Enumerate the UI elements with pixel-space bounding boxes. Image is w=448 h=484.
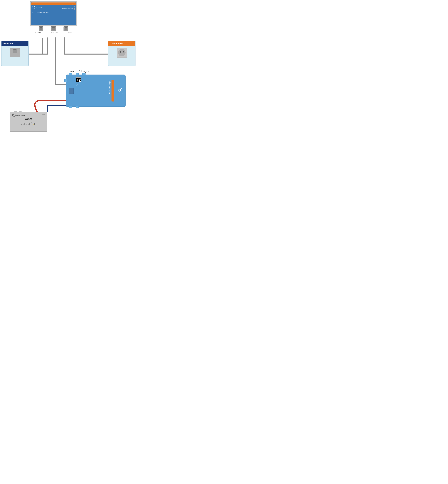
filax-website: www.victronenergy.com	[64, 3, 75, 4]
inverter-brand-text: victron energy	[117, 93, 124, 94]
indicator-dot-1	[74, 7, 75, 8]
filax-logo-area: victron energy BLUE POWER FILAX 2 transf…	[32, 6, 59, 14]
svg-point-0	[32, 6, 35, 9]
filax-labels: Priority Alternate Load	[27, 31, 80, 33]
filax-label-alternate: Alternate	[51, 31, 58, 33]
svg-rect-4	[77, 78, 78, 79]
battery-logo-area: victron energy RL CE AGM www.victronener…	[10, 112, 47, 126]
svg-rect-11	[80, 80, 81, 81]
battery-brand: victron energy	[12, 113, 45, 117]
filax-unit: www.victronenergy.com victron energy	[27, 1, 80, 32]
inv-tab-bottom-1	[69, 106, 72, 108]
victron-swirl-inv-icon	[118, 88, 122, 92]
socket-ground-pin	[121, 54, 122, 55]
battery-elec-icon: ⚡	[32, 123, 35, 125]
critical-loads-label: Critical Loads	[108, 41, 135, 46]
battery-eco-icon: ☯	[35, 123, 37, 125]
victron-logo-inverter: victron energy	[117, 88, 124, 94]
svg-rect-12	[79, 81, 80, 81]
filax-content: victron energy BLUE POWER FILAX 2 transf…	[31, 5, 76, 14]
battery-warning-icon: △	[20, 123, 22, 125]
inv-tab-bottom-2	[76, 106, 79, 108]
generator-knob	[13, 49, 17, 53]
filax-body: www.victronenergy.com victron energy	[30, 1, 77, 26]
inverter-charger-label: Inverter/charger	[70, 70, 89, 73]
filax-indicators: Load supplied by priority source Load su…	[60, 7, 75, 14]
generator-device	[10, 48, 20, 57]
filax-label-load: Load	[68, 31, 72, 33]
indicator-row-3: Priority source fault	[60, 9, 75, 10]
battery-terminal-positive	[14, 111, 16, 112]
inverter-ac-connector	[69, 88, 74, 94]
battery-acid-icon: ⊘	[28, 123, 30, 125]
filax-brand: victron energy BLUE POWER	[35, 7, 42, 8]
inverter-model-text: Multiplus 48 | 200 | 3	[109, 81, 111, 94]
svg-rect-8	[77, 80, 78, 82]
svg-point-15	[12, 114, 16, 117]
inverter-top-tabs	[69, 73, 86, 75]
indicator-row-2: Load supplied by alternate source	[60, 8, 75, 9]
indicator-dot-2	[74, 8, 75, 9]
battery-cert: RL CE	[42, 114, 45, 115]
victron-swirl-battery-icon	[12, 113, 16, 117]
indicator-text-3: Priority source fault	[66, 9, 73, 10]
socket-holes	[120, 51, 124, 53]
filax-label-priority: Priority	[35, 31, 41, 33]
battery-brand-text: victron energy	[16, 115, 25, 116]
filax-model: FILAX 2 transfer switch	[32, 11, 59, 14]
socket	[117, 48, 127, 58]
inverter-bottom-tabs	[69, 106, 79, 108]
inv-tab-1	[69, 73, 72, 75]
filax-connectors	[27, 26, 80, 31]
indicator-row-1: Load supplied by priority source	[60, 7, 75, 8]
connector-priority	[39, 26, 43, 31]
generator-label: Generator	[1, 41, 28, 46]
inverter-orange-stripe	[112, 80, 114, 101]
victron-swirl-icon	[32, 6, 35, 9]
svg-point-1	[118, 88, 122, 92]
svg-rect-14	[80, 82, 81, 82]
inverter-left-tab	[64, 79, 67, 82]
connector-load	[64, 26, 68, 31]
battery-fire-icon: ⊕	[30, 123, 32, 125]
svg-rect-6	[79, 78, 80, 79]
battery-eye-icon: ◎	[25, 123, 27, 125]
inv-tab-2	[76, 73, 79, 75]
svg-rect-13	[80, 81, 81, 81]
generator-box: Generator	[1, 41, 29, 66]
inverter-unit: Multiplus 48 | 200 | 3 victron energy	[66, 75, 126, 109]
socket-face	[118, 49, 126, 56]
svg-rect-10	[80, 80, 80, 81]
indicator-text-1: Load supplied by priority source	[62, 7, 73, 8]
indicator-dot-3	[74, 9, 75, 10]
diagram-container: www.victronenergy.com victron energy	[0, 0, 137, 137]
inverter-body: Multiplus 48 | 200 | 3 victron energy	[66, 75, 126, 107]
battery-unit: victron energy RL CE AGM www.victronener…	[10, 112, 47, 134]
filax-orange-bar: www.victronenergy.com	[31, 2, 76, 5]
filax-face: www.victronenergy.com victron energy	[31, 2, 76, 25]
critical-loads-box: Critical Loads	[108, 41, 136, 66]
qr-code-icon	[76, 77, 81, 82]
connector-alternate	[51, 26, 56, 31]
battery-recycle-icon: ♻	[23, 123, 25, 125]
socket-hole-right	[123, 51, 124, 53]
battery-type: AGM	[12, 117, 45, 121]
inverter-specs-text: ▲ △ C€	[76, 77, 81, 86]
svg-rect-9	[79, 80, 80, 81]
battery-icons-row: △ ♻ ◎ ⊘ ⊕ ⚡ ☯	[12, 123, 45, 125]
inverter-right-side: victron energy	[115, 75, 125, 106]
battery-website: www.victronenergy.com	[12, 122, 45, 123]
victron-logo-filax: victron energy BLUE POWER	[32, 6, 59, 9]
battery-terminal-negative	[19, 111, 22, 112]
inv-tab-3	[82, 73, 86, 75]
indicator-text-2: Load supplied by alternate source	[61, 8, 73, 9]
socket-hole-left	[120, 51, 121, 53]
battery-body: victron energy RL CE AGM www.victronener…	[10, 112, 47, 132]
